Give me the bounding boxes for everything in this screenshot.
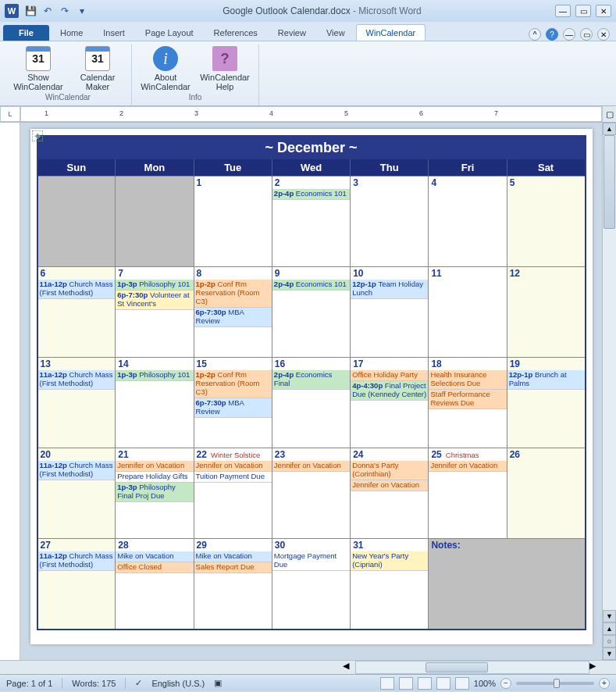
- doc-restore-icon[interactable]: ▭: [580, 28, 593, 41]
- calendar-event[interactable]: Mike on Vacation: [116, 551, 193, 562]
- calendar-event[interactable]: 1p-3p Philosophy 101: [116, 370, 193, 381]
- outline-view-icon[interactable]: [436, 677, 450, 690]
- day-cell-4[interactable]: 4: [429, 177, 507, 267]
- calendar-event[interactable]: 1p-2p Conf Rm Reservation (Room C3): [194, 370, 272, 398]
- day-cell-14[interactable]: 141p-3p Philosophy 101: [116, 358, 194, 448]
- day-cell-24[interactable]: 24Donna's Party (Corinthian)Jennifer on …: [351, 448, 429, 539]
- browse-next-icon[interactable]: ▼: [603, 647, 616, 660]
- save-icon[interactable]: 💾: [23, 4, 37, 18]
- minimize-button[interactable]: —: [555, 5, 571, 17]
- calendar-event[interactable]: Staff Performance Reviews Due: [429, 390, 506, 409]
- browse-prev-icon[interactable]: ▲: [603, 622, 616, 635]
- calendar-event[interactable]: Health Insurance Selections Due: [429, 370, 506, 390]
- tab-home[interactable]: Home: [51, 25, 92, 41]
- zoom-slider[interactable]: [516, 682, 594, 685]
- scroll-down-icon[interactable]: ▼: [603, 610, 616, 622]
- horizontal-scrollbar[interactable]: ◀ ▶: [0, 660, 616, 674]
- day-cell-11[interactable]: 11: [429, 267, 507, 358]
- calendar-event[interactable]: Jennifer on Vacation: [116, 461, 193, 472]
- scroll-left-icon[interactable]: ◀: [343, 661, 355, 674]
- calendar-event[interactable]: Donna's Party (Corinthian): [351, 461, 428, 480]
- day-cell-3[interactable]: 3: [351, 177, 429, 267]
- day-cell-19[interactable]: 1912p-1p Brunch at Palms: [507, 358, 585, 448]
- day-cell-6[interactable]: 611a-12p Church Mass (First Methodist): [37, 267, 116, 358]
- calendar-event[interactable]: 2p-4p Economics 101: [272, 189, 350, 200]
- draft-view-icon[interactable]: [455, 677, 469, 690]
- qat-more-icon[interactable]: ▾: [75, 4, 89, 18]
- doc-minimize-icon[interactable]: —: [563, 28, 575, 41]
- zoom-out-button[interactable]: −: [500, 678, 511, 689]
- calendar-event[interactable]: 11a-12p Church Mass (First Methodist): [38, 280, 116, 299]
- proofing-icon[interactable]: ✓: [135, 678, 142, 688]
- vertical-scrollbar[interactable]: ▲ ▼ ▲ ○ ▼: [602, 123, 616, 660]
- calendar-event[interactable]: Mortgage Payment Due: [272, 551, 350, 571]
- calendar-event[interactable]: 11a-12p Church Mass (First Methodist): [38, 370, 116, 390]
- tab-page-layout[interactable]: Page Layout: [136, 25, 203, 41]
- calendar-event[interactable]: 6p-7:30p MBA Review: [194, 398, 272, 418]
- day-cell-26[interactable]: 26: [507, 448, 585, 539]
- calendar-event[interactable]: 2p-4p Economics Final: [272, 370, 350, 390]
- maximize-button[interactable]: ▭: [575, 5, 591, 17]
- redo-icon[interactable]: ↷: [58, 4, 72, 18]
- calendar-event[interactable]: Mike on Vacation: [194, 551, 272, 562]
- calendar-event[interactable]: Prepare Holiday Gifts: [116, 472, 193, 483]
- calendar-event[interactable]: 6p-7:30p MBA Review: [194, 308, 272, 327]
- print-layout-view-icon[interactable]: [380, 677, 394, 690]
- tab-review[interactable]: Review: [269, 25, 315, 41]
- day-cell-5[interactable]: 5: [507, 177, 585, 267]
- zoom-slider-thumb[interactable]: [554, 679, 560, 688]
- calendar-table[interactable]: ~ December ~SunMonTueWedThuFriSat122p-4p…: [37, 135, 586, 630]
- table-move-handle-icon[interactable]: ✥: [32, 130, 43, 141]
- day-cell-13[interactable]: 1311a-12p Church Mass (First Methodist): [37, 358, 116, 448]
- calendar-event[interactable]: Office Closed: [116, 562, 193, 573]
- day-cell-30[interactable]: 30Mortgage Payment Due: [272, 539, 350, 630]
- tab-file[interactable]: File: [3, 25, 49, 41]
- day-cell-20[interactable]: 2011a-12p Church Mass (First Methodist): [37, 448, 116, 539]
- tab-selector[interactable]: L: [0, 106, 20, 122]
- day-cell-17[interactable]: 17Office Holiday Party4p-4:30p Final Pro…: [351, 358, 429, 448]
- fullscreen-reading-view-icon[interactable]: [399, 677, 413, 690]
- horizontal-ruler[interactable]: 1234567: [20, 106, 602, 122]
- day-cell-29[interactable]: 29Mike on VacationSales Report Due: [194, 539, 272, 630]
- scroll-thumb[interactable]: [604, 135, 615, 229]
- calendar-event[interactable]: 4p-4:30p Final Project Due (Kennedy Cent…: [351, 381, 428, 401]
- close-button[interactable]: ✕: [596, 5, 611, 17]
- tab-view[interactable]: View: [317, 25, 354, 41]
- ribbon-calendar-maker[interactable]: 31Calendar Maker: [70, 46, 125, 91]
- calendar-event[interactable]: 12p-1p Team Holiday Lunch: [351, 280, 428, 299]
- calendar-event[interactable]: Jennifer on Vacation: [351, 480, 428, 491]
- calendar-event[interactable]: 11a-12p Church Mass (First Methodist): [38, 461, 116, 480]
- ribbon-show-wincalendar[interactable]: 31Show WinCalendar: [11, 46, 66, 91]
- tab-wincalendar[interactable]: WinCalendar: [356, 24, 426, 41]
- scroll-up-icon[interactable]: ▲: [603, 123, 616, 135]
- scroll-track[interactable]: [603, 135, 616, 610]
- day-cell-21[interactable]: 21Jennifer on VacationPrepare Holiday Gi…: [116, 448, 194, 539]
- web-layout-view-icon[interactable]: [418, 677, 432, 690]
- day-cell-27[interactable]: 2711a-12p Church Mass (First Methodist): [37, 539, 116, 630]
- day-cell-28[interactable]: 28Mike on VacationOffice Closed: [116, 539, 194, 630]
- browse-object-icon[interactable]: ○: [603, 635, 616, 647]
- calendar-event[interactable]: Sales Report Due: [194, 562, 272, 573]
- tab-insert[interactable]: Insert: [94, 25, 134, 41]
- day-cell-1[interactable]: 1: [194, 177, 272, 267]
- day-cell-22[interactable]: 22Winter SolsticeJennifer on VacationTui…: [194, 448, 272, 539]
- day-cell-8[interactable]: 81p-2p Conf Rm Reservation (Room C3)6p-7…: [194, 267, 272, 358]
- day-cell-10[interactable]: 1012p-1p Team Holiday Lunch: [351, 267, 429, 358]
- word-count[interactable]: Words: 175: [72, 679, 116, 688]
- language-indicator[interactable]: English (U.S.): [151, 679, 205, 688]
- help-icon[interactable]: ?: [546, 28, 558, 41]
- calendar-event[interactable]: 12p-1p Brunch at Palms: [507, 370, 585, 390]
- macro-icon[interactable]: ▣: [214, 678, 222, 688]
- zoom-in-button[interactable]: +: [599, 678, 610, 689]
- tab-references[interactable]: References: [205, 25, 267, 41]
- zoom-level[interactable]: 100%: [474, 679, 496, 688]
- calendar-event[interactable]: Tuition Payment Due: [194, 472, 272, 483]
- day-cell-7[interactable]: 71p-3p Philosophy 1016p-7:30p Volunteer …: [116, 267, 194, 358]
- empty-cell[interactable]: [37, 177, 116, 267]
- calendar-event[interactable]: Office Holiday Party: [351, 370, 428, 381]
- day-cell-16[interactable]: 162p-4p Economics Final: [272, 358, 350, 448]
- doc-close-icon[interactable]: ✕: [597, 28, 610, 41]
- hscroll-thumb[interactable]: [426, 662, 488, 672]
- calendar-event[interactable]: 11a-12p Church Mass (First Methodist): [38, 551, 116, 571]
- day-cell-2[interactable]: 22p-4p Economics 101: [272, 177, 350, 267]
